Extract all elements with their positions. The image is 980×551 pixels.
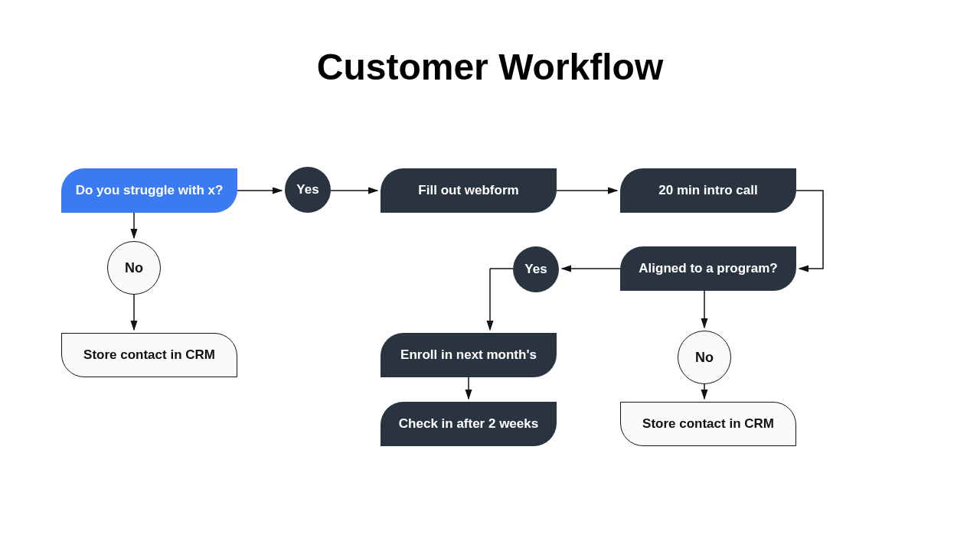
node-store-crm-1: Store contact in CRM xyxy=(61,333,237,377)
node-store-crm-2: Store contact in CRM xyxy=(620,402,796,446)
node-intro-call: 20 min intro call xyxy=(620,168,796,213)
node-yes-2: Yes xyxy=(513,246,559,292)
node-no-2: No xyxy=(678,331,731,384)
node-yes-1: Yes xyxy=(285,167,331,213)
node-fill-webform: Fill out webform xyxy=(381,168,557,213)
node-aligned-question: Aligned to a program? xyxy=(620,246,796,291)
page-title: Customer Workflow xyxy=(0,46,980,88)
node-checkin: Check in after 2 weeks xyxy=(381,402,557,446)
node-no-1: No xyxy=(107,241,161,295)
node-enroll: Enroll in next month's xyxy=(381,333,557,377)
node-start-question: Do you struggle with x? xyxy=(61,168,237,213)
